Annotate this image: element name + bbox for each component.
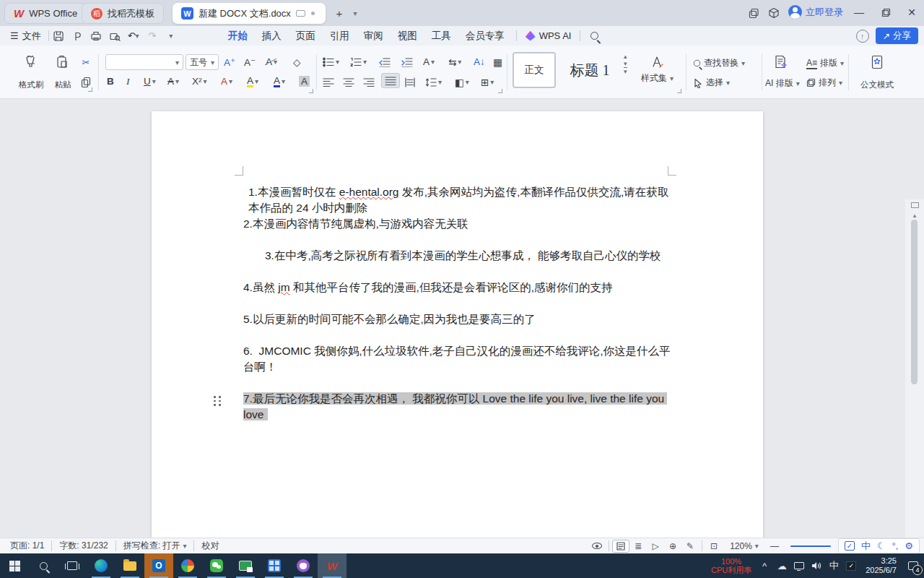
clear-format-button[interactable]: A▾ <box>266 54 277 69</box>
onedrive-tray-icon[interactable]: ☁ <box>773 553 790 578</box>
doc-blank-line[interactable] <box>243 296 674 311</box>
arrange-button[interactable]: 排列 ▾ <box>806 77 842 89</box>
new-tab-button[interactable]: + <box>331 4 348 22</box>
menu-item[interactable]: 页面 <box>289 28 323 44</box>
outline-view-button[interactable]: ≣ <box>629 540 647 553</box>
highlight-color-button[interactable]: A▾ <box>247 74 258 89</box>
line-spacing-button[interactable]: ▾ <box>425 74 442 90</box>
copy-button[interactable] <box>78 74 94 89</box>
ai-layout-button[interactable]: AI 排版 ▾ <box>765 77 800 90</box>
doc-blank-line[interactable] <box>243 375 674 391</box>
wps-ai-menu[interactable]: WPS AI <box>521 30 576 41</box>
task-pane-button[interactable]: ✓ <box>845 541 855 551</box>
shading-button[interactable]: ◧▾ <box>455 74 469 90</box>
workspace-button[interactable] <box>765 4 783 22</box>
menu-item[interactable]: 会员专享 <box>458 28 512 44</box>
menu-item[interactable]: 插入 <box>255 28 289 44</box>
tab-list-button[interactable]: ▾ <box>346 4 364 22</box>
taskbar-screen-share[interactable] <box>231 553 260 578</box>
style-heading1[interactable]: 标题 1 <box>559 52 621 88</box>
web-layout-button[interactable]: ⊕ <box>664 540 681 553</box>
align-left-button[interactable] <box>323 74 334 90</box>
doc-paragraph[interactable]: 7.最后无论你我是否会再次相遇， 我都祝你可以 Love the life yo… <box>243 391 674 423</box>
font-color-button[interactable]: A▾ <box>274 74 285 89</box>
ime-indicator[interactable]: 中 <box>825 553 842 578</box>
network-tray-icon[interactable] <box>790 553 808 578</box>
doc-blank-line[interactable] <box>243 327 674 343</box>
align-right-button[interactable] <box>363 74 375 90</box>
cn-typeset-button[interactable]: 中 <box>861 540 871 553</box>
minimize-button[interactable]: — <box>847 0 871 25</box>
tab-document-active[interactable]: W 新建 DOCX 文档.docx <box>173 3 326 24</box>
text-effects-button[interactable]: A▾ <box>221 74 232 89</box>
align-center-button[interactable] <box>343 74 354 90</box>
style-set-button[interactable]: 样式集▾ <box>641 55 674 85</box>
justify-button[interactable] <box>381 73 400 88</box>
italic-button[interactable]: I <box>126 74 130 89</box>
security-tray-icon[interactable]: ✓ <box>842 553 860 578</box>
sort-button[interactable]: A↓ <box>474 54 485 69</box>
taskbar-edge[interactable] <box>87 553 116 578</box>
select-button[interactable]: 选择 ▾ <box>693 77 730 89</box>
style-gallery-scroll[interactable]: ▴ ▾ ▾ <box>624 53 627 75</box>
strikethrough-button[interactable]: A▾ <box>167 74 179 89</box>
doc-paragraph[interactable]: 3.在中考,高考之际祝所有看到本漫画的学生心想事成， 能够考取自己心仪的学校 <box>243 248 674 264</box>
format-painter-button[interactable]: 格式刷 <box>16 52 46 92</box>
undo-button[interactable]: ↶▾ <box>124 28 143 44</box>
taskbar-outlook[interactable]: O <box>144 553 173 578</box>
word-count-indicator[interactable]: 字数: 31/232 <box>52 540 115 552</box>
ai-layout-icon-button[interactable] <box>771 54 790 69</box>
restore-button[interactable] <box>873 0 898 25</box>
eraser-button[interactable]: ◇ <box>293 54 300 69</box>
zoom-out-button[interactable]: — <box>766 540 783 553</box>
close-button[interactable]: ✕ <box>899 0 924 25</box>
zoom-level-control[interactable]: 120% ▾ <box>723 541 766 551</box>
login-area[interactable]: 立即登录 <box>788 5 843 19</box>
task-view-button[interactable] <box>58 553 87 578</box>
doc-paragraph[interactable]: 1.本漫画暂时仅在 e-hental.org 发布,其余网站均为盗传,本翻译作品… <box>243 184 674 216</box>
clock[interactable]: 3:25 2025/6/7 <box>860 556 902 575</box>
share-button[interactable]: ↗ 分享 <box>876 27 918 44</box>
typeset-button[interactable]: A≡ 排版 ▾ <box>806 57 844 69</box>
font-expand-corner[interactable] <box>309 89 313 93</box>
settings-button[interactable]: ⚙ <box>905 540 913 551</box>
fullscreen-button[interactable]: ⊡ <box>705 540 723 553</box>
style-normal[interactable]: 正文 <box>513 52 556 88</box>
export-pdf-button[interactable] <box>68 28 87 44</box>
print-preview-button[interactable] <box>105 28 124 44</box>
window-stack-button[interactable] <box>745 4 762 22</box>
font-size-select[interactable]: 五号 ▾ <box>186 54 219 70</box>
taskbar-wps[interactable]: W <box>318 553 346 578</box>
zoom-slider-track[interactable] <box>790 545 831 547</box>
word-tools-button[interactable]: ▦ <box>493 54 502 69</box>
doc-text[interactable]: 1.本漫画暂时仅在 e-hental.org 发布,其余网站均为盗传,本翻译作品… <box>243 184 674 423</box>
page-view-button[interactable] <box>612 540 629 553</box>
superscript-button[interactable]: X²▾ <box>192 74 207 89</box>
paste-button[interactable]: 粘贴 <box>48 52 78 92</box>
night-mode-button[interactable]: ☾ <box>877 540 886 551</box>
spell-check-indicator[interactable]: 拼写检查: 打开 ▾ <box>116 540 194 552</box>
increase-indent-button[interactable] <box>401 54 413 69</box>
font-name-select[interactable]: ▾ <box>105 54 183 70</box>
vertical-scrollbar[interactable]: ▴ ▾ ▴ ▫ ▾ <box>905 199 924 538</box>
document-page[interactable]: 1.本漫画暂时仅在 e-hental.org 发布,其余网站均为盗传,本翻译作品… <box>152 111 763 538</box>
taskbar-cat-app[interactable] <box>289 553 318 578</box>
proofread-button[interactable]: 校对 <box>194 540 226 552</box>
taskbar-explorer[interactable] <box>116 553 144 578</box>
search-command-button[interactable] <box>585 28 603 44</box>
page-indicator[interactable]: 页面: 1/1 <box>0 540 51 552</box>
file-menu[interactable]: ☰ 文件 <box>0 30 48 43</box>
taskbar-wechat[interactable] <box>202 553 231 578</box>
customize-toolbar-button[interactable]: ▾ <box>162 28 180 44</box>
doc-paragraph[interactable]: 4.虽然 jm 和其他平台传了我的漫画,但我还是会看评论区的,感谢你们的支持 <box>243 280 674 296</box>
char-shading-button[interactable]: A <box>299 74 310 89</box>
asian-layout-button[interactable]: ⇆▾ <box>448 54 461 69</box>
zoom-slider[interactable] <box>783 545 838 547</box>
redo-button[interactable]: ↷ <box>143 28 162 44</box>
cpu-usage-indicator[interactable]: 100% CPU利用率 <box>707 557 756 574</box>
tab-docer-template[interactable]: 稻 找稻壳模板 <box>82 3 164 24</box>
tab-wps-home[interactable]: W WPS Office <box>4 3 87 24</box>
bold-button[interactable]: B <box>107 74 114 89</box>
menu-item[interactable]: 开始 <box>221 28 255 44</box>
bullets-button[interactable]: ▾ <box>323 54 339 69</box>
